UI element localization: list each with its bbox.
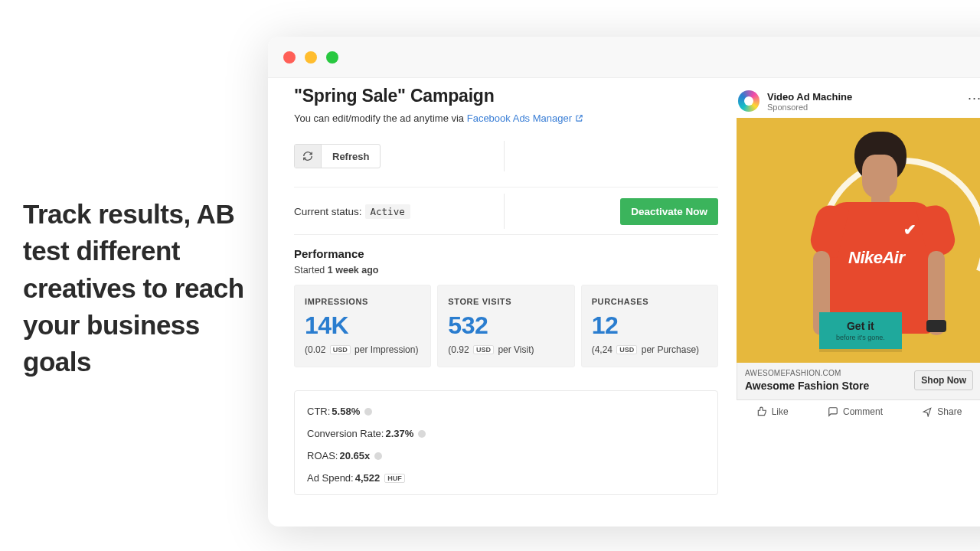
stat-ctr: CTR:5.58% <box>307 406 705 417</box>
divider <box>504 194 505 229</box>
swoosh-icon: ✔ <box>903 220 916 239</box>
close-icon[interactable] <box>283 51 296 64</box>
stat-roas: ROAS:20.65x <box>307 450 705 461</box>
ad-menu-button[interactable]: ··· <box>968 90 980 106</box>
deactivate-button[interactable]: Deactivate Now <box>620 198 718 225</box>
ad-preview: Video Ad Machine Sponsored ··· <box>737 86 980 495</box>
ad-creative[interactable]: ✔ NikeAir Get it before it's gone. <box>737 118 980 363</box>
sponsored-label: Sponsored <box>767 103 852 112</box>
metric-subtext: (0.02 USD per Impression) <box>305 344 420 355</box>
stats-panel: CTR:5.58% Conversion Rate:2.37% ROAS:20.… <box>294 390 718 495</box>
share-button[interactable]: Share <box>922 406 962 417</box>
ad-page-name[interactable]: Video Ad Machine <box>767 91 852 103</box>
comment-icon <box>828 406 838 417</box>
shirt-text: NikeAir <box>848 248 905 268</box>
window-titlebar <box>268 37 980 78</box>
metric-subtext: (4,24 USD per Purchase) <box>592 344 707 355</box>
metric-value: 14K <box>305 311 420 340</box>
ads-manager-link[interactable]: Facebook Ads Manager <box>467 112 583 124</box>
metric-label: IMPRESSIONS <box>305 297 420 306</box>
currency-badge: USD <box>473 345 494 354</box>
stat-conversion-rate: Conversion Rate:2.37% <box>307 428 705 439</box>
creative-cta-badge: Get it before it's gone. <box>819 312 902 349</box>
refresh-button[interactable]: Refresh <box>294 144 381 168</box>
app-window: "Spring Sale" Campaign You can edit/modi… <box>268 37 980 527</box>
metric-card-impressions: IMPRESSIONS 14K (0.02 USD per Impression… <box>294 285 431 367</box>
stat-ad-spend: Ad Spend:4,522 HUF <box>307 472 705 484</box>
minimize-icon[interactable] <box>305 51 317 64</box>
metric-label: PURCHASES <box>592 297 707 306</box>
currency-badge: HUF <box>384 474 405 483</box>
external-link-icon <box>575 114 583 122</box>
marketing-headline: Track results, AB test different creativ… <box>23 196 249 380</box>
comment-button[interactable]: Comment <box>828 406 883 417</box>
currency-badge: USD <box>330 345 351 354</box>
share-icon <box>922 406 933 417</box>
window-controls <box>283 51 338 64</box>
info-icon[interactable] <box>374 452 382 460</box>
page-title: "Spring Sale" Campaign <box>294 86 718 106</box>
refresh-label: Refresh <box>322 151 380 162</box>
currency-badge: USD <box>616 345 637 354</box>
metric-card-store-visits: STORE VISITS 532 (0.92 USD per Visit) <box>437 285 574 367</box>
performance-started: Started 1 week ago <box>294 265 718 276</box>
subtext-prefix: You can edit/modify the ad anytime via <box>294 112 467 124</box>
metric-value: 12 <box>592 311 707 340</box>
ad-action-bar: Like Comment Share <box>737 400 980 428</box>
like-icon <box>756 406 767 417</box>
ad-domain: AWESOMEFASHION.COM <box>745 369 869 377</box>
maximize-icon[interactable] <box>326 51 338 64</box>
info-icon[interactable] <box>364 408 372 416</box>
divider <box>504 141 505 171</box>
performance-heading: Performance <box>294 247 718 260</box>
refresh-icon <box>302 151 313 161</box>
shop-now-button[interactable]: Shop Now <box>914 370 973 390</box>
metric-card-purchases: PURCHASES 12 (4,24 USD per Purchase) <box>581 285 718 367</box>
status-label: Current status: <box>294 206 362 217</box>
info-icon[interactable] <box>418 430 426 438</box>
status-badge: Active <box>365 204 410 219</box>
metric-label: STORE VISITS <box>448 297 564 306</box>
metric-subtext: (0.92 USD per Visit) <box>448 344 564 355</box>
metric-value: 532 <box>448 311 564 340</box>
page-avatar[interactable] <box>738 90 760 112</box>
ad-title: Awesome Fashion Store <box>745 380 869 392</box>
page-subtext: You can edit/modify the ad anytime via F… <box>294 112 718 124</box>
like-button[interactable]: Like <box>756 406 789 417</box>
divider <box>294 187 718 187</box>
